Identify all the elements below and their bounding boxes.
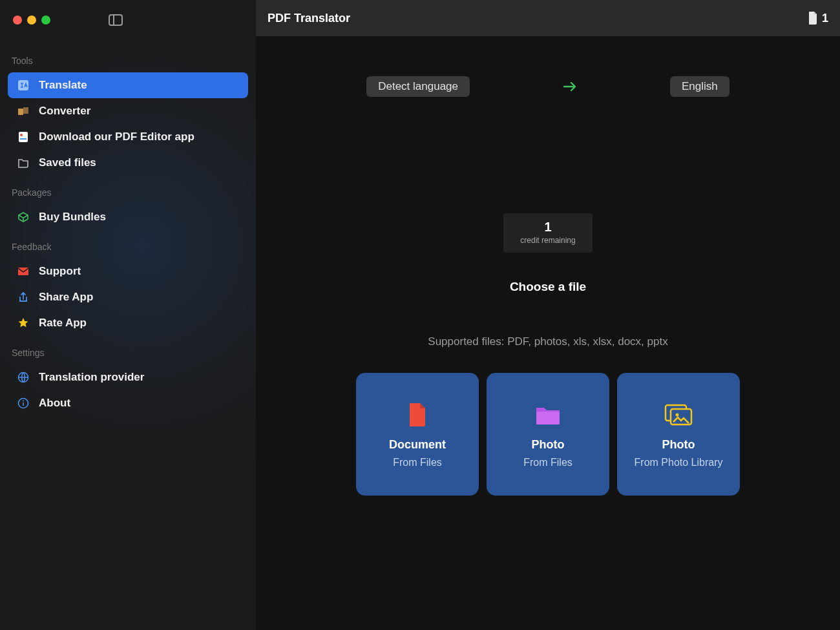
sidebar-item-download-editor[interactable]: Download our PDF Editor app: [8, 124, 248, 150]
file-count-indicator[interactable]: 1: [808, 12, 828, 25]
window-controls: [8, 9, 248, 44]
sidebar-item-label: Share App: [39, 291, 93, 304]
close-window-button[interactable]: [13, 16, 22, 25]
file-source-cards: Document From Files Photo From Files Pho…: [356, 373, 740, 496]
choose-file-heading: Choose a file: [510, 280, 586, 294]
sidebar-item-label: Support: [39, 265, 81, 278]
translate-icon: [17, 79, 30, 92]
card-photo-from-library[interactable]: Photo From Photo Library: [617, 373, 740, 496]
svg-point-6: [20, 134, 23, 136]
card-subtitle: From Files: [393, 457, 442, 468]
sidebar-item-label: Saved files: [39, 156, 96, 169]
card-title: Document: [389, 438, 446, 452]
main-content: PDF Translator 1 Detect language English…: [256, 0, 840, 630]
sidebar-item-label: Translation provider: [39, 371, 144, 384]
minimize-window-button[interactable]: [27, 16, 36, 25]
star-icon: [17, 317, 30, 330]
sidebar-item-label: Download our PDF Editor app: [39, 131, 194, 143]
info-icon: [17, 397, 30, 410]
card-title: Photo: [532, 438, 565, 452]
sidebar-item-translation-provider[interactable]: Translation provider: [8, 364, 248, 390]
svg-rect-13: [536, 412, 560, 425]
sidebar-item-buy-bundles[interactable]: Buy Bundles: [8, 204, 248, 230]
target-language-button[interactable]: English: [670, 76, 730, 97]
section-label-tools: Tools: [8, 44, 248, 72]
mail-icon: [17, 265, 30, 278]
sidebar-item-saved-files[interactable]: Saved files: [8, 150, 248, 176]
sidebar-item-label: Converter: [39, 105, 90, 118]
svg-rect-8: [18, 268, 28, 275]
sidebar-item-rate-app[interactable]: Rate App: [8, 310, 248, 336]
converter-icon: [17, 105, 30, 118]
source-language-button[interactable]: Detect language: [366, 76, 470, 97]
toggle-sidebar-icon[interactable]: [109, 14, 123, 26]
arrow-right-icon: [560, 81, 580, 92]
svg-rect-12: [23, 403, 24, 406]
file-icon: [808, 12, 818, 25]
credit-value: 1: [520, 220, 575, 235]
sidebar-item-about[interactable]: About: [8, 390, 248, 416]
sidebar-item-support[interactable]: Support: [8, 258, 248, 284]
sidebar-item-converter[interactable]: Converter: [8, 98, 248, 124]
sidebar-item-label: Rate App: [39, 317, 87, 330]
package-icon: [17, 211, 30, 224]
share-icon: [17, 291, 30, 304]
sidebar-item-translate[interactable]: Translate: [8, 72, 248, 98]
supported-files-text: Supported files: PDF, photos, xls, xlsx,…: [428, 335, 667, 348]
titlebar: PDF Translator 1: [256, 0, 840, 36]
card-subtitle: From Photo Library: [635, 457, 723, 468]
section-label-packages: Packages: [8, 176, 248, 204]
center-area: 1 credit remaining Choose a file Support…: [256, 213, 840, 496]
credit-box: 1 credit remaining: [503, 213, 592, 253]
svg-rect-7: [20, 138, 26, 140]
sidebar-item-share-app[interactable]: Share App: [8, 284, 248, 310]
svg-point-16: [676, 413, 679, 416]
pdf-editor-icon: [17, 131, 30, 143]
sidebar-item-label: About: [39, 397, 70, 410]
card-subtitle: From Files: [523, 457, 572, 468]
sidebar: Tools Translate Converter Download our P…: [0, 0, 256, 630]
photo-library-icon: [664, 401, 693, 429]
svg-rect-4: [23, 107, 28, 114]
svg-rect-3: [18, 109, 23, 115]
card-document-from-files[interactable]: Document From Files: [356, 373, 479, 496]
card-title: Photo: [662, 438, 695, 452]
fullscreen-window-button[interactable]: [41, 16, 50, 25]
svg-rect-0: [109, 15, 122, 25]
language-selector-row: Detect language English: [256, 36, 840, 97]
page-title: PDF Translator: [268, 12, 350, 25]
svg-point-11: [23, 401, 24, 402]
folder-icon: [17, 156, 30, 169]
globe-icon: [17, 371, 30, 384]
file-count-value: 1: [822, 12, 828, 25]
svg-rect-5: [19, 132, 28, 142]
section-label-feedback: Feedback: [8, 230, 248, 258]
section-label-settings: Settings: [8, 336, 248, 364]
document-icon: [408, 401, 427, 429]
folder-colored-icon: [535, 401, 561, 429]
credit-label: credit remaining: [520, 236, 575, 245]
sidebar-item-label: Translate: [39, 79, 87, 92]
card-photo-from-files[interactable]: Photo From Files: [487, 373, 609, 496]
sidebar-item-label: Buy Bundles: [39, 211, 106, 224]
